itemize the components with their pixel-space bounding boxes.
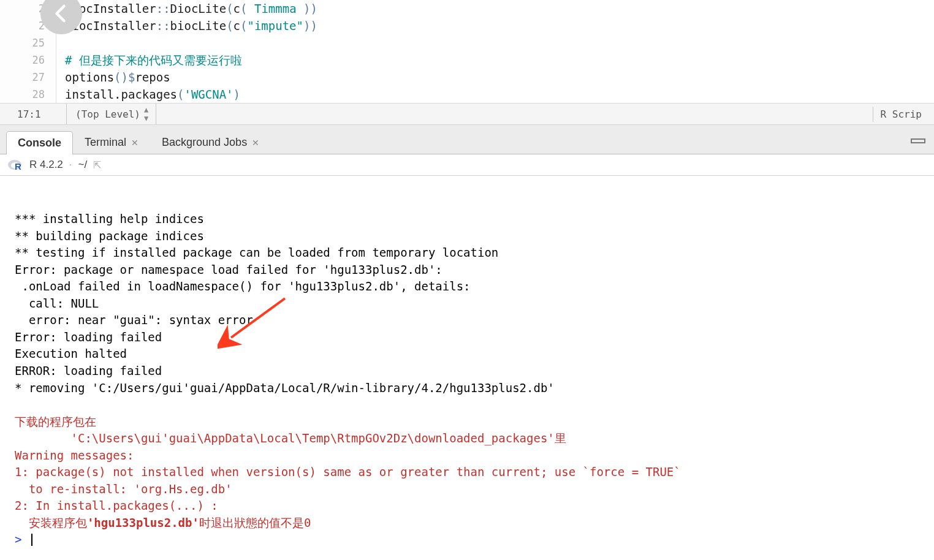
editor-status-bar: 17:1 (Top Level) ▲▼ R Scrip	[0, 103, 934, 125]
source-editor-pane: 2225262728 DiocInstaller::DiocLite(c( Ti…	[0, 0, 934, 125]
line-number: 27	[0, 69, 45, 86]
console-line: to re-install: 'org.Hs.eg.db'	[15, 481, 929, 498]
cursor-position: 17:1	[5, 108, 66, 120]
close-icon[interactable]: ✕	[131, 138, 139, 148]
tab-background-jobs[interactable]: Background Jobs✕	[150, 131, 271, 154]
tab-console[interactable]: Console	[6, 131, 73, 154]
console-line: 1: package(s) not installed when version…	[15, 464, 929, 481]
code-line[interactable]: BiocInstaller::biocLite(c("impute"))	[65, 17, 934, 34]
console-line	[15, 396, 929, 414]
line-number: 28	[0, 86, 45, 103]
pane-controls	[911, 134, 928, 146]
console-prompt[interactable]: >	[15, 531, 929, 548]
scope-chevron-icon: ▲▼	[144, 105, 147, 123]
minimize-pane-icon[interactable]	[911, 134, 928, 146]
r-logo-icon: R	[7, 158, 23, 172]
scope-selector[interactable]: (Top Level) ▲▼	[66, 104, 156, 124]
code-content[interactable]: DiocInstaller::DiocLite(c( Timmma ))Bioc…	[56, 0, 934, 103]
console-line: 2: In install.packages(...) :	[15, 498, 929, 515]
line-number: 25	[0, 34, 45, 51]
console-line: ** testing if installed package can be l…	[15, 244, 929, 262]
console-line: Warning messages:	[15, 447, 929, 464]
tab-label: Background Jobs	[162, 136, 247, 149]
svg-rect-0	[911, 139, 925, 143]
console-line: Error: loading failed	[15, 329, 929, 346]
console-line: ERROR: loading failed	[15, 363, 929, 380]
console-line: error: near "guai": syntax error	[15, 312, 929, 329]
console-line: 安装程序包'hgu133plus2.db'时退出狀態的值不是0	[15, 515, 929, 532]
working-dir[interactable]: ~/	[78, 159, 88, 171]
separator: ·	[69, 159, 72, 171]
code-line[interactable]	[65, 34, 934, 51]
scope-label: (Top Level)	[75, 108, 140, 120]
cursor	[31, 534, 32, 546]
code-area[interactable]: 2225262728 DiocInstaller::DiocLite(c( Ti…	[0, 0, 934, 103]
line-number: 2	[0, 17, 45, 34]
console-line: 下载的程序包在	[15, 414, 929, 431]
tab-terminal[interactable]: Terminal✕	[73, 131, 150, 154]
console-line: .onLoad failed in loadNamespace() for 'h…	[15, 278, 929, 295]
console-line: * removing 'C:/Users/gui'guai/AppData/Lo…	[15, 380, 929, 397]
popout-icon[interactable]: ⇱	[93, 159, 101, 171]
console-line: ** building package indices	[15, 228, 929, 245]
console-tabs: ConsoleTerminal✕Background Jobs✕	[0, 125, 934, 154]
svg-text:R: R	[15, 161, 21, 172]
console-line: Error: package or namespace load failed …	[15, 262, 929, 279]
console-header: R R 4.2.2 · ~/ ⇱	[0, 154, 934, 176]
code-line[interactable]: # 但是接下来的代码又需要运行啦	[65, 51, 934, 69]
tab-label: Console	[18, 137, 61, 149]
code-line[interactable]: DiocInstaller::DiocLite(c( Timmma ))	[65, 0, 934, 17]
line-number: 26	[0, 51, 45, 69]
console-line: call: NULL	[15, 295, 929, 312]
tab-label: Terminal	[85, 136, 126, 149]
code-line[interactable]: options()$repos	[65, 69, 934, 86]
console-line: 'C:\Users\gui'guai\AppData\Local\Temp\Rt…	[15, 430, 929, 447]
console-line: *** installing help indices	[15, 211, 929, 228]
close-icon[interactable]: ✕	[252, 138, 259, 148]
line-number: 2	[0, 0, 45, 17]
r-version-label: R 4.2.2	[29, 159, 63, 171]
console-line: Execution halted	[15, 346, 929, 363]
language-indicator[interactable]: R Scrip	[873, 107, 929, 122]
code-line[interactable]: install.packages('WGCNA')	[65, 86, 934, 103]
console-output[interactable]: *** installing help indices** building p…	[0, 176, 934, 550]
